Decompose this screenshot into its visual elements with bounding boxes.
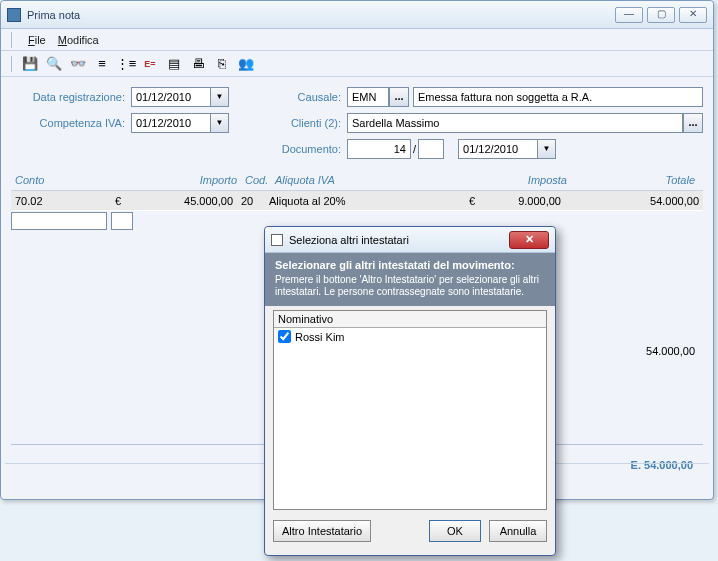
clienti-input[interactable] (347, 113, 683, 133)
clienti-label: Clienti (2): (269, 117, 347, 129)
dialog-titlebar: Seleziona altri intestatari ✕ (265, 227, 555, 253)
dialog-list-row[interactable]: Rossi Kim (274, 328, 546, 345)
col-totale: Totale (571, 173, 703, 190)
cell-importo: 45.000,00 (131, 195, 237, 207)
list2-icon[interactable]: ⋮≡ (116, 54, 136, 74)
cell-totale: 54.000,00 (565, 195, 703, 207)
annulla-button[interactable]: Annulla (489, 520, 547, 542)
intestatario-checkbox[interactable] (278, 330, 291, 343)
altro-intestatario-button[interactable]: Altro Intestatario (273, 520, 371, 542)
cell-eur1: € (111, 195, 131, 207)
list-icon[interactable]: ≡ (92, 54, 112, 74)
titlebar: Prima nota — ▢ ✕ (1, 1, 713, 29)
col-imposta: Imposta (471, 173, 571, 190)
dialog-close-button[interactable]: ✕ (509, 231, 549, 249)
documento-separator: / (411, 143, 418, 155)
doc-icon[interactable]: ▤ (164, 54, 184, 74)
causale-code-input[interactable] (347, 87, 389, 107)
cell-conto: 70.02 (11, 195, 111, 207)
documento-sub-input[interactable] (418, 139, 444, 159)
dialog-header-sub: Premere il bottone 'Altro Intestatario' … (275, 274, 545, 298)
documento-date-dropdown[interactable]: ▼ (538, 139, 556, 159)
eq-icon[interactable]: E= (140, 54, 160, 74)
maximize-button[interactable]: ▢ (647, 7, 675, 23)
menubar: File Modifica (1, 29, 713, 51)
competenza-iva-label: Competenza IVA: (11, 117, 131, 129)
find-icon[interactable]: 🔍 (44, 54, 64, 74)
grid: Conto Importo Cod. Aliquota IVA Imposta … (11, 173, 703, 231)
causale-label: Causale: (269, 91, 347, 103)
dialog-list: Nominativo Rossi Kim (273, 310, 547, 510)
clienti-lookup-button[interactable]: ... (683, 113, 703, 133)
glasses-icon[interactable]: 👓 (68, 54, 88, 74)
grid-total-right: 54.000,00 (646, 345, 695, 357)
eur-edit-input[interactable] (111, 212, 133, 230)
save-icon[interactable]: 💾 (20, 54, 40, 74)
dialog-title: Seleziona altri intestatari (289, 234, 409, 246)
dialog-header: Selezionare gli altri intestatati del mo… (265, 253, 555, 306)
form-area: Data registrazione: ▼ Causale: ... Compe… (1, 77, 713, 169)
causale-desc-input[interactable] (413, 87, 703, 107)
cell-cod: 20 (237, 195, 265, 207)
intestatario-name: Rossi Kim (295, 331, 345, 343)
users-icon[interactable]: 👥 (236, 54, 256, 74)
ok-button[interactable]: OK (429, 520, 481, 542)
col-importo: Importo (111, 173, 241, 190)
toolbar: 💾 🔍 👓 ≡ ⋮≡ E= ▤ 🖶 ⎘ 👥 (1, 51, 713, 77)
causale-lookup-button[interactable]: ... (389, 87, 409, 107)
print-icon[interactable]: 🖶 (188, 54, 208, 74)
dialog-buttons: Altro Intestatario OK Annulla (265, 514, 555, 548)
competenza-iva-input[interactable] (131, 113, 211, 133)
window-title: Prima nota (27, 9, 80, 21)
col-cod: Cod. (241, 173, 271, 190)
cell-eur2: € (465, 195, 485, 207)
documento-num-input[interactable] (347, 139, 411, 159)
data-registrazione-dropdown[interactable]: ▼ (211, 87, 229, 107)
copy-icon[interactable]: ⎘ (212, 54, 232, 74)
col-aliquota: Aliquota IVA (271, 173, 471, 190)
dialog-column-nominativo: Nominativo (274, 311, 546, 328)
dialog-icon (271, 234, 283, 246)
col-conto: Conto (11, 173, 111, 190)
grid-row[interactable]: 70.02 € 45.000,00 20 Aliquota al 20% € 9… (11, 191, 703, 211)
minimize-button[interactable]: — (615, 7, 643, 23)
cell-aliquota: Aliquota al 20% (265, 195, 465, 207)
grid-header: Conto Importo Cod. Aliquota IVA Imposta … (11, 173, 703, 191)
cell-imposta: 9.000,00 (485, 195, 565, 207)
menu-file[interactable]: File (28, 34, 46, 46)
dialog-seleziona-intestatari: Seleziona altri intestatari ✕ Selezionar… (264, 226, 556, 556)
documento-label: Documento: (269, 143, 347, 155)
competenza-iva-dropdown[interactable]: ▼ (211, 113, 229, 133)
menu-modifica[interactable]: Modifica (58, 34, 99, 46)
documento-date-input[interactable] (458, 139, 538, 159)
data-registrazione-input[interactable] (131, 87, 211, 107)
data-registrazione-label: Data registrazione: (11, 91, 131, 103)
conto-edit-input[interactable] (11, 212, 107, 230)
app-icon (7, 8, 21, 22)
dialog-header-title: Selezionare gli altri intestatati del mo… (275, 259, 545, 271)
close-button[interactable]: ✕ (679, 7, 707, 23)
